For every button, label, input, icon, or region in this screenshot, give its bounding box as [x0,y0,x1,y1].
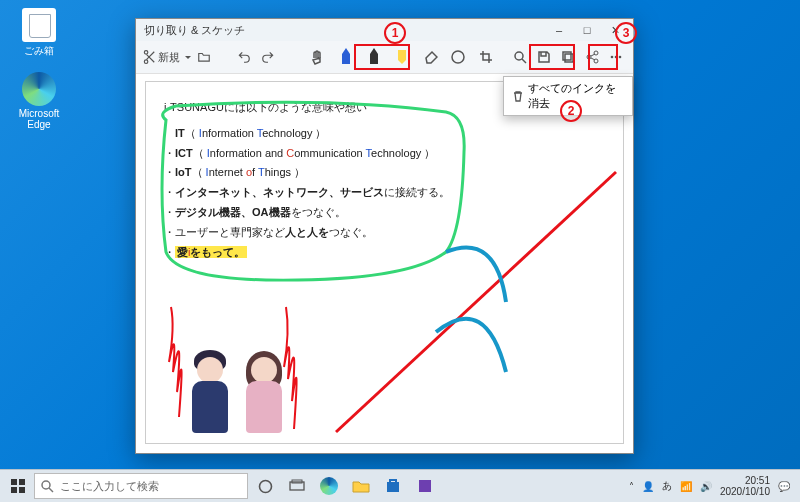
undo-button[interactable] [233,45,255,69]
taskbar-app-store[interactable] [378,472,408,500]
svg-point-7 [611,56,614,59]
svg-rect-2 [565,54,573,62]
person-male [186,345,234,437]
tray-network-icon[interactable]: 📶 [680,481,692,492]
doc-line: ・デジタル機器、OA機器をつなぐ。 [164,203,605,223]
zoom-icon [513,50,527,64]
pencil-icon [368,48,380,66]
circle-icon [258,479,273,494]
system-tray: ˄ 👤 あ 📶 🔊 20:51 2020/10/10 💬 [629,475,796,497]
cortana-button[interactable] [250,472,280,500]
desktop: ごみ箱 Microsoft Edge 切り取り & スケッチ – □ ✕ 新規 [0,0,800,502]
desktop-icon-label: ごみ箱 [14,44,64,58]
copy-icon [561,50,575,64]
taskbar-clock[interactable]: 20:51 2020/10/10 [720,475,770,497]
tray-people-icon[interactable]: 👤 [642,481,654,492]
copy-button[interactable] [557,45,579,69]
trash-icon [512,90,522,102]
pen-blue-button[interactable] [335,45,357,69]
svg-rect-10 [11,479,17,485]
canvas[interactable]: i-TSUNAGUには以下のような意味や想い IT（ Information T… [145,81,624,444]
svg-rect-12 [11,487,17,493]
svg-point-8 [615,56,618,59]
svg-rect-13 [19,487,25,493]
desktop-icon-edge[interactable]: Microsoft Edge [14,72,64,130]
eraser-popup[interactable]: すべてのインクを消去 [503,76,633,116]
svg-point-4 [587,55,591,59]
svg-rect-19 [419,480,431,492]
people-illustration [186,345,288,437]
pen-icon [340,48,352,66]
more-icon [609,50,623,64]
scissors-icon [142,50,156,64]
taskview-icon [289,479,305,493]
svg-point-0 [452,51,464,63]
taskbar: ここに入力して検索 ˄ 👤 あ 📶 🔊 20:51 2020/10/10 💬 [0,469,800,502]
document-content: i-TSUNAGUには以下のような意味や想い IT（ Information T… [146,82,623,443]
maximize-button[interactable]: □ [573,19,601,41]
taskbar-app-explorer[interactable] [346,472,376,500]
pen-black-button[interactable] [363,45,385,69]
taskbar-search[interactable]: ここに入力して検索 [34,473,248,499]
desktop-icon-recycle-bin[interactable]: ごみ箱 [14,8,64,58]
eraser-popup-label: すべてのインクを消去 [528,81,624,111]
folder-icon [197,50,211,64]
open-button[interactable] [193,45,215,69]
highlighter-button[interactable] [391,45,413,69]
tray-chevron-icon[interactable]: ˄ [629,481,634,492]
taskbar-app-snip[interactable] [410,472,440,500]
minimize-button[interactable]: – [545,19,573,41]
doc-line: IT（ Information Technology ） [164,124,605,144]
eraser-button[interactable] [419,45,441,69]
svg-rect-18 [387,482,399,492]
tray-volume-icon[interactable]: 🔊 [700,481,712,492]
share-button[interactable] [581,45,603,69]
svg-point-1 [515,52,523,60]
doc-line: ・愛iをもって。 [164,243,605,263]
highlighter-icon [396,48,408,66]
share-icon [585,50,599,64]
store-icon [385,478,401,494]
more-button[interactable] [605,45,627,69]
doc-line: ・ICT（ Information and Communication Tech… [164,144,605,164]
save-icon [537,50,551,64]
svg-point-14 [42,481,50,489]
ruler-icon [451,50,465,64]
save-button[interactable] [533,45,555,69]
search-icon [41,480,54,493]
doc-line: ・IoT（ Internet of Things ） [164,163,605,183]
svg-rect-3 [563,52,571,60]
zoom-button[interactable] [509,45,531,69]
touch-writing-button[interactable] [307,45,329,69]
desktop-icon-label: Microsoft Edge [14,108,64,130]
crop-button[interactable] [475,45,497,69]
search-placeholder: ここに入力して検索 [60,479,159,494]
doc-line: ・ユーザーと専門家など人と人をつなぐ。 [164,223,605,243]
start-button[interactable] [4,472,32,500]
crop-icon [479,50,493,64]
snip-icon [417,478,433,494]
toolbar: 新規 [136,41,633,74]
close-button[interactable]: ✕ [601,19,629,41]
folder-icon [352,479,370,493]
new-label: 新規 [156,50,182,65]
ruler-button[interactable] [447,45,469,69]
person-female [240,345,288,437]
clock-time: 20:51 [720,475,770,486]
tray-ime-icon[interactable]: あ [662,479,672,493]
titlebar[interactable]: 切り取り & スケッチ – □ ✕ [136,19,633,41]
redo-icon [261,50,275,64]
hand-icon [311,49,325,65]
task-view-button[interactable] [282,472,312,500]
new-snip-button[interactable]: 新規 [142,45,191,69]
window-title: 切り取り & スケッチ [140,23,545,38]
undo-icon [237,50,251,64]
redo-button[interactable] [257,45,279,69]
svg-point-15 [259,480,271,492]
windows-icon [11,479,25,493]
edge-icon [320,477,338,495]
clock-date: 2020/10/10 [720,486,770,497]
taskbar-app-edge[interactable] [314,472,344,500]
svg-point-9 [619,56,622,59]
notifications-button[interactable]: 💬 [778,481,790,492]
